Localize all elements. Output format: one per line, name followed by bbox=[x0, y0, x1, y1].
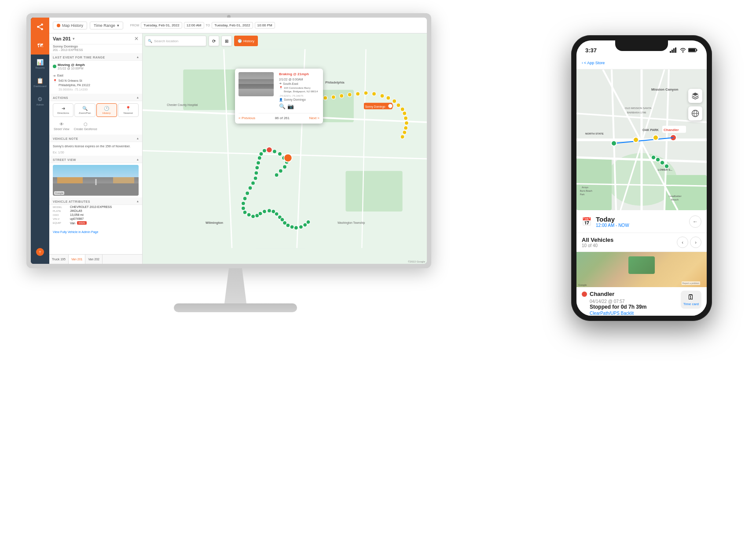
street-view-btn[interactable]: 👁 Street View bbox=[53, 120, 70, 132]
zoom-popup-icon[interactable]: 🔍 bbox=[279, 103, 286, 109]
history-btn[interactable]: 🕐 History bbox=[96, 103, 117, 117]
prev-btn[interactable]: < Previous bbox=[239, 116, 255, 120]
time-to-input[interactable]: 10:00 PM bbox=[255, 22, 275, 29]
phone-back-btn[interactable]: ‹ < App Store bbox=[582, 61, 605, 65]
layers-map-btn[interactable]: ⊞ bbox=[221, 36, 232, 46]
history-btn-icon: 🕐 bbox=[238, 39, 242, 43]
from-label: FROM bbox=[130, 24, 139, 27]
phone-date-info: Today 12:00 AM - NOW bbox=[596, 215, 685, 228]
vehicle-name-row: Chandler 04/14/22 @ 07:57 Stopped for 0d… bbox=[582, 291, 701, 316]
svg-point-54 bbox=[241, 206, 245, 210]
map-area[interactable]: 🔍 Search location ⟳ ⊞ 🕐 History bbox=[143, 33, 427, 264]
vehicle-tab-1[interactable]: Truck 195 bbox=[49, 255, 69, 264]
svg-point-53 bbox=[241, 201, 245, 205]
svg-text:Wilmington: Wilmington bbox=[206, 221, 224, 225]
svg-point-16 bbox=[323, 96, 327, 100]
phone-back-circle-btn[interactable]: ← bbox=[689, 215, 701, 228]
svg-point-39 bbox=[278, 152, 282, 156]
time-from-input[interactable]: 12:00 AM bbox=[184, 22, 204, 29]
sidebar-item-reports[interactable]: 📊 Reports bbox=[31, 55, 49, 73]
svg-point-58 bbox=[255, 214, 259, 218]
map-icon: 🗺 bbox=[37, 42, 43, 49]
svg-rect-93 bbox=[664, 175, 707, 210]
svg-point-61 bbox=[267, 209, 271, 213]
attr-vin: up074987 bbox=[70, 217, 84, 220]
sidebar-item-map[interactable]: 🗺 bbox=[31, 36, 49, 55]
nearest-btn[interactable]: 📍 Nearest bbox=[118, 103, 139, 117]
vehicle-tab-2[interactable]: Van 201 bbox=[69, 255, 86, 264]
phone-map-background: Mission Canyon OLD MISSION SANTA BARBARA… bbox=[576, 69, 707, 210]
back-arrow-icon: ← bbox=[693, 219, 698, 225]
svg-text:Chandler: Chandler bbox=[664, 128, 679, 132]
sidebar-item-admin[interactable]: ⚙ Admin bbox=[31, 91, 49, 110]
attr-plate-row: PLATE JIKDLA5 bbox=[49, 209, 142, 213]
date-from-input[interactable]: Tuesday, Feb 01, 2022 bbox=[141, 22, 182, 29]
time-range-tab[interactable]: Time Range ▾ bbox=[90, 22, 123, 29]
svg-rect-74 bbox=[364, 103, 393, 109]
svg-text:LOWER S...: LOWER S... bbox=[658, 168, 672, 171]
zoom-btn[interactable]: 🔍 Zoom/Pan bbox=[74, 103, 95, 117]
svg-point-40 bbox=[272, 150, 276, 153]
phone-vehicle-title: All Vehicles bbox=[582, 237, 613, 243]
svg-point-66 bbox=[283, 221, 286, 225]
popup-coords: -74.9237x -75.34975 bbox=[279, 95, 319, 97]
svg-point-122 bbox=[656, 157, 660, 162]
streetview-popup-icon[interactable]: 📷 bbox=[287, 103, 294, 109]
phone-time: 3:37 bbox=[585, 47, 597, 54]
next-btn[interactable]: Next > bbox=[309, 116, 319, 120]
view-vehicle-link[interactable]: View Fully Vehicle in Admin Page bbox=[53, 230, 98, 233]
close-icon[interactable]: ✕ bbox=[134, 36, 139, 42]
svg-point-37 bbox=[285, 160, 289, 164]
phone-app-bar: ‹ < App Store bbox=[576, 56, 707, 69]
sidebar-item-user[interactable]: T bbox=[31, 243, 49, 261]
svg-point-52 bbox=[243, 197, 247, 201]
popup-timestamp: 2/1/22 @ 0:00AM bbox=[279, 78, 319, 81]
timecard-btn[interactable]: 🗓 Time card bbox=[681, 291, 701, 309]
map-attribution: ©2022 Google bbox=[408, 260, 425, 263]
map-search-input[interactable]: 🔍 Search location bbox=[145, 36, 206, 46]
globe-icon bbox=[691, 109, 699, 117]
svg-point-22 bbox=[372, 92, 376, 96]
address-line1: 543 N Orleans St bbox=[59, 79, 90, 83]
phone-map[interactable]: Mission Canyon OLD MISSION SANTA BARBARA… bbox=[576, 69, 707, 210]
chevron-up-icon5: ▴ bbox=[137, 200, 139, 203]
phone-next-vehicle-btn[interactable]: › bbox=[690, 237, 701, 248]
note-date: Ex: 1/30 bbox=[49, 151, 142, 156]
svg-text:OLD MISSION SANTA: OLD MISSION SANTA bbox=[625, 107, 652, 109]
user-avatar: T bbox=[36, 248, 44, 256]
phone-device: 3:37 bbox=[571, 35, 712, 321]
svg-point-121 bbox=[651, 155, 656, 160]
phone-globe-btn[interactable] bbox=[688, 106, 702, 120]
phone-vehicle-count: 10 of 40 bbox=[582, 243, 613, 248]
svg-point-20 bbox=[356, 92, 360, 96]
history-map-btn[interactable]: 🕐 History bbox=[234, 36, 258, 46]
svg-point-35 bbox=[279, 169, 283, 173]
main-content: Map History Time Range ▾ FROM Tuesday, F… bbox=[49, 18, 427, 264]
directions-btn[interactable]: ➜ Directions bbox=[53, 103, 73, 117]
pagination-bar: < Previous 86 of 261 Next > bbox=[239, 113, 319, 120]
phone-map-svg: Mission Canyon OLD MISSION SANTA BARBARA… bbox=[576, 69, 707, 210]
svg-rect-82 bbox=[670, 51, 671, 53]
sidebar-item-dashboard[interactable]: 📋 Dashboard bbox=[31, 73, 49, 91]
left-panel: Van 201 ▾ ✕ Sonny Domingo 201 - 2013 EXP… bbox=[49, 33, 143, 264]
phone-prev-vehicle-btn[interactable]: ‹ bbox=[677, 237, 688, 248]
create-geofence-btn[interactable]: ⬡ Create Geofence bbox=[73, 120, 98, 132]
map-history-tab[interactable]: Map History bbox=[53, 22, 87, 29]
svg-point-124 bbox=[664, 164, 669, 168]
refresh-map-btn[interactable]: ⟳ bbox=[209, 36, 219, 46]
vehicle-tabs: Truck 195 Van 201 Van 202 bbox=[49, 254, 142, 264]
svg-point-17 bbox=[331, 95, 335, 99]
date-to-input[interactable]: Tuesday, Feb 01, 2022 bbox=[212, 22, 253, 29]
map-svg: Sonny Domingo Chester County Hospital Ph… bbox=[143, 33, 427, 264]
svg-point-30 bbox=[404, 121, 408, 125]
vehicle-tab-3[interactable]: Van 202 bbox=[85, 255, 103, 264]
svg-text:Chester County Hospital: Chester County Hospital bbox=[167, 103, 198, 107]
zoom-icon: 🔍 bbox=[82, 106, 88, 111]
svg-point-51 bbox=[245, 191, 249, 195]
svg-point-64 bbox=[278, 215, 282, 219]
imac-screen: 🗺 📊 Reports 📋 Dashboard ⚙ Admin bbox=[31, 18, 427, 264]
svg-point-1 bbox=[37, 26, 39, 28]
sidebar-logo[interactable] bbox=[31, 18, 49, 36]
phone-layers-btn[interactable] bbox=[688, 89, 702, 103]
svg-point-36 bbox=[283, 165, 286, 169]
